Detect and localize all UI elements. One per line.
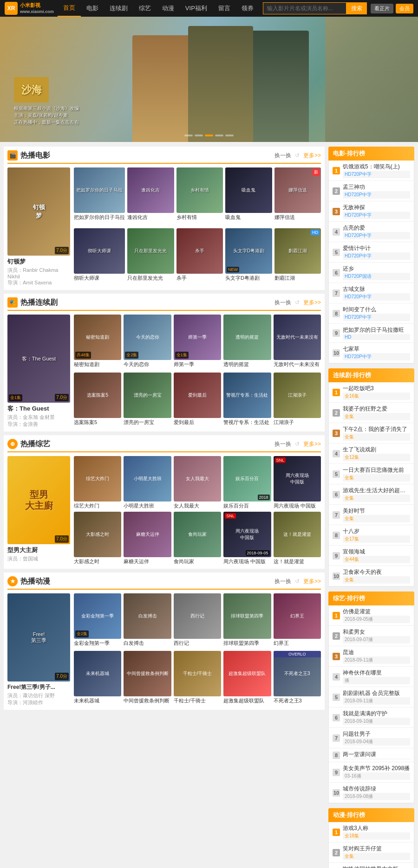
rank-item[interactable]: 5一日大赛百日悲痛微光前全集: [329, 464, 414, 484]
rank-item[interactable]: 4神奇伙伴在哪里播: [329, 667, 414, 687]
list-item[interactable]: 只在那里发光光 只在那里发光光: [127, 228, 174, 287]
list-item[interactable]: 综艺大炸门 综艺大炸门: [74, 456, 121, 509]
list-item[interactable]: 娜萍信送 新 娜萍信送: [274, 167, 321, 226]
rank-item[interactable]: 8时间变了什么HD720P中字: [329, 303, 414, 324]
list-item[interactable]: 周六夜现场中国版 SNL 2018-09-05 周六夜现场 中国版: [223, 512, 271, 565]
search-button[interactable]: 搜索: [346, 2, 367, 14]
rank-item[interactable]: 10卫食家今天的夜全集: [329, 566, 414, 586]
list-item[interactable]: 彻听大师课 彻听大师课: [74, 228, 125, 287]
rank-item[interactable]: 10城市传说辞绿2018-09-08播: [329, 783, 414, 803]
rank-item[interactable]: 4点亮的爱HD720P中字: [329, 222, 414, 242]
hero-banner[interactable]: 沙海 根据南派三叔小说《沙海》改编 主演：吴磊/张若昀/赵今麦 正在热播中，最新…: [0, 17, 418, 142]
featured-anime-card[interactable]: Free!第三季 7.0分 Free!第三季/男子... 演员：诹访信行 深野 …: [7, 593, 70, 706]
rank-item[interactable]: 3蜘蛛侠同的世界中文版全集: [329, 863, 414, 868]
movies-more[interactable]: 更多>>: [303, 152, 321, 160]
list-item[interactable]: 警视厅专系：生活处 警视厅专系：生活处: [223, 373, 271, 428]
movies-refresh[interactable]: 换一换: [274, 152, 291, 160]
rank-item[interactable]: 2和柔男女2018-09-07播: [329, 626, 414, 646]
featured-series-card[interactable]: 客：The Guest 全1集 7.0分 客：The Guest 演员：金东旭 …: [7, 315, 70, 428]
nav-variety[interactable]: 综艺: [133, 0, 157, 17]
list-item[interactable]: 这！就是灌篮 这！就是灌篮: [274, 512, 321, 565]
list-item[interactable]: 女人我最大 女人我最大: [174, 456, 221, 509]
list-item[interactable]: 江湖浪子 江湖浪子: [274, 373, 321, 428]
series-refresh[interactable]: 换一换: [274, 299, 291, 307]
nav-home[interactable]: 首页: [58, 0, 81, 17]
nav-series[interactable]: 连续剧: [104, 0, 133, 17]
list-item[interactable]: 杀手 杀手: [176, 228, 223, 287]
nav-coupon[interactable]: 领券: [236, 0, 259, 17]
rank-item[interactable]: 7问题壮男子2018-09-04播: [329, 728, 414, 748]
rank-item[interactable]: 6我就是满满的守护2018-09-10播: [329, 707, 414, 728]
rank-item[interactable]: 1仿佛是灌篮2018-09-05播: [329, 605, 414, 626]
list-item[interactable]: 透明的摇篮 透明的摇篮: [223, 315, 271, 370]
list-item[interactable]: 小明星大胜班 小明星大胜班: [124, 456, 171, 509]
list-item[interactable]: 今天的恋你 全2集 今天的恋你: [124, 315, 171, 370]
rank-item[interactable]: 4生了飞说戏剧全12集: [329, 444, 414, 464]
rank-item[interactable]: 3昆迪2018-09-11播: [329, 646, 414, 667]
rank-item[interactable]: 10七家草HD720P中字: [329, 343, 414, 363]
rank-item[interactable]: 5爱情计中计HD720P中字: [329, 242, 414, 263]
rank-item[interactable]: 6游戏先生:生活大好的超现前全集: [329, 484, 414, 505]
rank-item[interactable]: 1一起吃饭吧3全16集: [329, 382, 414, 403]
list-item[interactable]: 师第一季 全1集 师第一季: [174, 315, 221, 370]
list-item[interactable]: 吸血鬼 吸血鬼: [225, 167, 272, 226]
rank-item[interactable]: 1饥饿游戏5：嘲笑鸟(上)HD720P中字: [329, 161, 414, 181]
list-item[interactable]: 无敌时代一未来没有 无敌时代一未来没有: [274, 315, 321, 370]
list-item[interactable]: 漂亮的一房宝 漂亮的一房宝: [124, 373, 171, 428]
list-item[interactable]: 麻糖天运伴 麻糖天运伴: [124, 512, 171, 565]
rank-item[interactable]: 3下午2点：我的婆子消失了全集: [329, 423, 414, 444]
list-item[interactable]: 把如罗尔你的日子马拉 把如罗尔你的日子马拉: [74, 167, 125, 226]
list-item[interactable]: 选案陈案5 选案陈案5: [74, 373, 121, 428]
anime-refresh[interactable]: 换一换: [274, 578, 291, 585]
nav-anime[interactable]: 动漫: [157, 0, 180, 17]
series-more[interactable]: 更多>>: [303, 299, 321, 307]
list-item[interactable]: 不死者之王3 OVERLO 不死者之王3: [274, 651, 321, 706]
list-item[interactable]: 头文字D粤港剧 NEW 头文字D粤港剧: [225, 228, 272, 287]
rank-item[interactable]: 2笑对阎王升仔篮全集: [329, 842, 414, 863]
list-item[interactable]: 乡村有情 乡村有情: [176, 167, 223, 226]
list-item[interactable]: 超激集超级联盟队 超激集超级联盟队: [223, 651, 271, 706]
list-item[interactable]: 大影感之时 大影感之时: [74, 512, 121, 565]
list-item[interactable]: 娱乐百分百 2018 娱乐百分百: [223, 456, 271, 509]
logo[interactable]: XR 小米影视www.xiaomi.com: [5, 2, 54, 15]
rank-item[interactable]: 9美女美声节 2095补 2098播03-16播: [329, 762, 414, 783]
rank-item[interactable]: 9宣领海城全44集: [329, 546, 414, 566]
list-item[interactable]: 排球联盟第四季 排球联盟第四季: [223, 593, 271, 649]
list-item[interactable]: 爱到最后 爱到最后: [174, 373, 221, 428]
variety-grid: 综艺大炸门 综艺大炸门 小明星大胜班 小明星大胜班 女人我最大: [74, 456, 321, 565]
nav-movies[interactable]: 电影: [81, 0, 104, 17]
rank-item[interactable]: 2孟三神功HD720P中字: [329, 181, 414, 201]
rank-item[interactable]: 8两一堂课问课: [329, 748, 414, 762]
rank-item[interactable]: 8十八岁全17集: [329, 525, 414, 546]
list-item[interactable]: 食尚玩家 食尚玩家: [174, 512, 221, 565]
rank-item[interactable]: 7美好时节全集: [329, 505, 414, 525]
rank-item[interactable]: 1游戏3人称全18集: [329, 822, 414, 842]
list-item[interactable]: 金彩金翔第一季 全2集 金彩金翔第一季: [74, 593, 121, 649]
list-item[interactable]: 白发搏击 白发搏击: [124, 593, 171, 649]
featured-variety-card[interactable]: 型男大主廚 7.0分 型男大主厨 演员：曾国城: [7, 456, 70, 565]
variety-more[interactable]: 更多>>: [303, 440, 321, 448]
list-item[interactable]: 逢凶化吉 逢凶化吉: [127, 167, 174, 226]
rank-item[interactable]: 6还乡HD720P国语: [329, 263, 414, 283]
search-input[interactable]: [263, 2, 346, 14]
rank-item[interactable]: 9把如罗尔的日子马拉撒旺HD: [329, 324, 414, 343]
rank-item[interactable]: 2我婆子的狂野之爱全集: [329, 403, 414, 423]
list-item[interactable]: 中间曾援救条例判断 中间曾援救条例判断: [124, 651, 171, 706]
list-item[interactable]: 西行记 西行记: [174, 593, 221, 649]
rank-item[interactable]: 7古域文脉HD720P中字: [329, 283, 414, 303]
list-item[interactable]: 剿霸江湖 HD 剿霸江湖: [274, 228, 321, 287]
nav-vip[interactable]: VIP福利: [180, 0, 213, 17]
rank-item[interactable]: 3无敌神探HD720P中字: [329, 201, 414, 222]
nav-msg[interactable]: 留言: [213, 0, 236, 17]
list-item[interactable]: 周六夜现场中国版 SNL 周六夜现场 中国版: [274, 456, 321, 509]
featured-movie-card[interactable]: 钉顿梦 7.0分 钉顿梦 演员：Ranbir Chakma Nikhil 导演：…: [7, 167, 70, 286]
list-item[interactable]: 幻界王 幻界王: [274, 593, 321, 649]
member-btn[interactable]: 会员: [396, 4, 413, 13]
variety-refresh[interactable]: 换一换: [274, 440, 291, 448]
rank-item[interactable]: 5剧剧剧机器 会员完整版2018-09-11播: [329, 687, 414, 707]
list-item[interactable]: 千粒士/千骑士 千粒士/千骑士: [174, 651, 221, 706]
anime-more[interactable]: 更多>>: [303, 578, 321, 585]
list-item[interactable]: 未来机器城 未来机器城: [74, 651, 121, 706]
watch-btn[interactable]: 看正片: [371, 4, 393, 13]
list-item[interactable]: 秘密知道剧 共48集 秘密知道剧: [74, 315, 121, 370]
